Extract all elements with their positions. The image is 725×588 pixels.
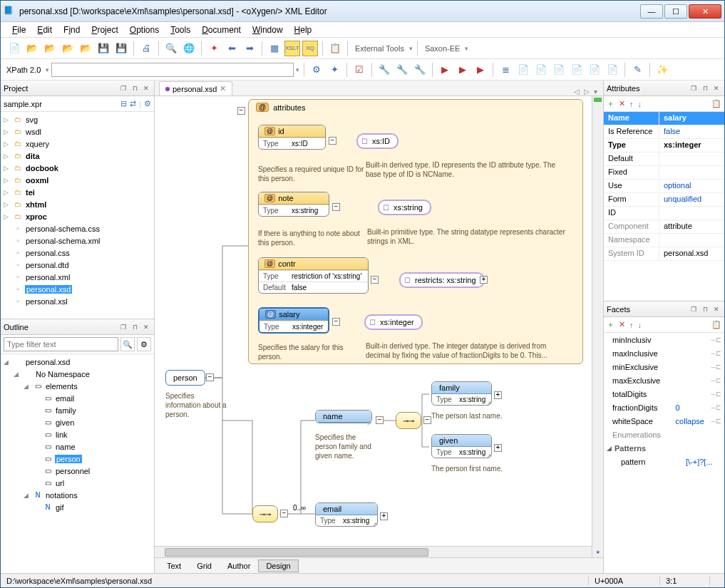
add-icon[interactable]: ＋ <box>607 319 615 330</box>
type-xs-integer[interactable]: xs:integer <box>364 314 423 330</box>
tab-list-icon[interactable]: ▾ <box>592 88 599 96</box>
expand-icon[interactable]: + <box>494 391 502 399</box>
horizontal-scrollbar[interactable] <box>155 546 592 557</box>
external-tools-label[interactable]: External Tools <box>352 44 407 53</box>
outline-element-url[interactable]: ▭url <box>1 477 154 489</box>
doc-icon[interactable]: 📋 <box>327 41 343 56</box>
facet-pattern[interactable]: pattern[\-+]?[... <box>604 455 724 468</box>
close-icon[interactable]: ✕ <box>711 83 721 93</box>
element-given[interactable]: given Typexs:string <box>431 434 492 458</box>
grid-icon[interactable]: ▦ <box>267 41 282 56</box>
facet-row[interactable]: maxExclusive─⊏ <box>604 373 724 387</box>
print-icon[interactable]: 🖨 <box>138 41 154 56</box>
attr-row[interactable]: Is Referencefalse <box>604 125 724 139</box>
outline-element-given[interactable]: ▭given <box>1 416 154 428</box>
outline-namespace[interactable]: ◢No Namespace <box>1 368 154 380</box>
search-icon[interactable]: 🔍 <box>120 337 135 351</box>
run3-icon[interactable]: ▶ <box>473 62 488 78</box>
expand-icon[interactable]: − <box>332 203 340 211</box>
nav-back-icon[interactable]: ⬅ <box>224 41 240 56</box>
tab-next-icon[interactable]: ▷ <box>582 88 591 96</box>
tab-prev-icon[interactable]: ◁ <box>572 88 581 96</box>
person-element[interactable]: person <box>165 370 205 386</box>
gear-icon[interactable]: ⚙ <box>144 99 151 108</box>
xq-icon[interactable]: XQ <box>302 41 318 56</box>
delete-icon[interactable]: ✕ <box>619 99 625 108</box>
new-icon[interactable]: 📄 <box>6 41 22 56</box>
save-icon[interactable]: 💾 <box>96 41 111 56</box>
add-icon[interactable]: ＋ <box>607 98 615 109</box>
wrench-icon[interactable]: 🔧 <box>376 62 392 78</box>
tab-grid[interactable]: Grid <box>189 559 220 572</box>
attr-salary-node[interactable]: @salary Typexs:integer <box>258 307 329 334</box>
xpath-label[interactable]: XPath 2.0 <box>6 66 41 74</box>
project-item[interactable]: ▷🗀dita <box>1 150 154 162</box>
expand-icon[interactable]: − <box>423 416 431 424</box>
project-item[interactable]: ▫personal.dtd <box>1 259 154 271</box>
facet-row[interactable]: totalDigits─⊏ <box>604 387 724 401</box>
schema-design-editor[interactable]: − @ attributes @id Typexs:ID − xs:ID Spe… <box>155 96 603 557</box>
delete-icon[interactable]: ✕ <box>619 320 625 329</box>
facet-enumerations[interactable]: Enumerations <box>604 428 724 441</box>
attr-row[interactable]: Namespace <box>604 234 724 247</box>
attr-row[interactable]: Useoptional <box>604 180 724 193</box>
doc5-icon[interactable]: 📄 <box>569 62 585 78</box>
search-icon[interactable]: 🔍 <box>163 41 179 56</box>
gear-icon[interactable]: ⚙ <box>137 337 151 351</box>
restore-icon[interactable]: ❐ <box>689 83 699 93</box>
xslt-icon[interactable]: XSLT <box>284 41 300 56</box>
doc4-icon[interactable]: 📄 <box>551 62 567 78</box>
tab-design[interactable]: Design <box>258 559 298 572</box>
attr-row[interactable]: Typexs:integer <box>604 139 724 153</box>
project-item[interactable]: ▫personal.xsl <box>1 295 154 307</box>
menu-document[interactable]: Document <box>197 24 245 36</box>
pin-icon[interactable]: ⊓ <box>700 83 710 93</box>
element-family[interactable]: family Typexs:string <box>431 381 492 406</box>
pin-icon[interactable]: ⊓ <box>130 83 140 93</box>
expand-icon[interactable]: + <box>494 444 502 452</box>
pin-icon[interactable]: ⊓ <box>700 304 710 314</box>
doc7-icon[interactable]: 📄 <box>605 62 620 78</box>
attr-contr-node[interactable]: @contr Typerestriction of 'xs:string' De… <box>258 257 369 294</box>
project-item[interactable]: ▷🗀tei <box>1 186 154 198</box>
doc3-icon[interactable]: 📄 <box>533 62 549 78</box>
doc2-icon[interactable]: 📄 <box>515 62 531 78</box>
attr-row[interactable]: Formunqualified <box>604 193 724 207</box>
copy-icon[interactable]: 📋 <box>711 320 721 329</box>
saveall-icon[interactable]: 💾 <box>113 41 129 56</box>
project-item[interactable]: ▫personal.css <box>1 247 154 259</box>
tab-text[interactable]: Text <box>159 559 189 572</box>
validate-icon[interactable]: ☑ <box>351 62 367 78</box>
attr-note-node[interactable]: @note Typexs:string <box>258 192 329 217</box>
run2-icon[interactable]: ▶ <box>455 62 471 78</box>
open2-icon[interactable]: 📂 <box>42 41 58 56</box>
expand-icon[interactable]: + <box>480 276 488 284</box>
xpath-input[interactable] <box>51 63 294 77</box>
doc6-icon[interactable]: 📄 <box>587 62 602 78</box>
run-icon[interactable]: ▶ <box>437 62 453 78</box>
pin-icon[interactable]: ⊓ <box>130 322 140 332</box>
back-icon[interactable]: ✦ <box>206 41 222 56</box>
facet-row[interactable]: fractionDigits0─⊏ <box>604 401 724 414</box>
tab-personal-xsd[interactable]: personal.xsd ✕ <box>159 81 232 96</box>
project-item[interactable]: ▫personal-schema.css <box>1 222 154 234</box>
menu-window[interactable]: Window <box>248 24 287 36</box>
attr-id-node[interactable]: @id Typexs:ID <box>258 125 326 150</box>
restore-icon[interactable]: ❐ <box>118 83 128 93</box>
link-icon[interactable]: ⇄ <box>130 99 136 108</box>
attr-row[interactable]: Fixed <box>604 166 724 180</box>
menu-project[interactable]: Project <box>87 24 122 36</box>
project-item[interactable]: ▫personal.xsd <box>1 283 154 295</box>
close-button[interactable]: ✕ <box>689 4 721 19</box>
edit-icon[interactable]: ✎ <box>629 62 645 78</box>
down-icon[interactable]: ↓ <box>638 100 642 108</box>
sequence-icon[interactable]: ⊸⊸ <box>252 505 278 522</box>
element-email[interactable]: email Typexs:string <box>315 502 378 527</box>
collapse-icon[interactable]: − <box>237 107 245 115</box>
attr-row[interactable]: Default <box>604 153 724 166</box>
close-icon[interactable]: ✕ <box>711 304 721 314</box>
outline-notations-group[interactable]: ◢Nnotations <box>1 489 154 501</box>
menu-edit[interactable]: Edit <box>33 24 56 36</box>
minimize-button[interactable]: — <box>640 4 663 19</box>
menu-options[interactable]: Options <box>125 24 163 36</box>
